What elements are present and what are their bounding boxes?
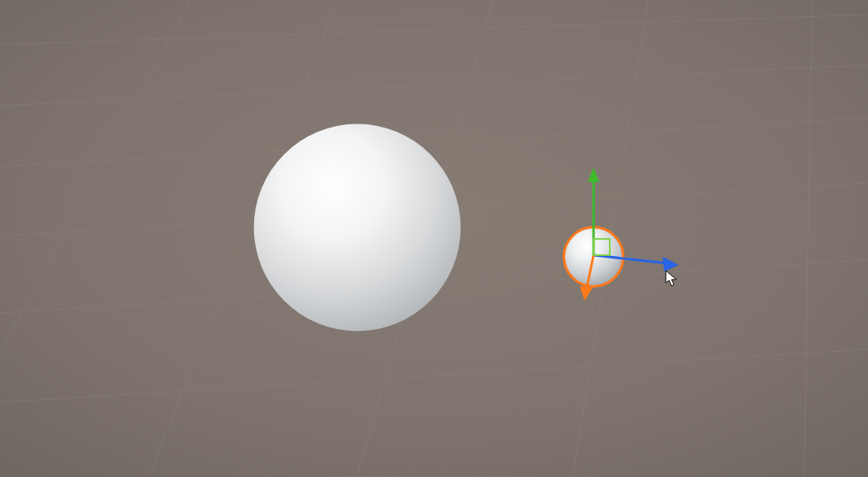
- scene-viewport[interactable]: [0, 0, 868, 477]
- svg-line-19: [586, 255, 594, 291]
- svg-line-17: [594, 255, 667, 263]
- svg-rect-21: [594, 239, 610, 255]
- translate-gizmo[interactable]: [568, 163, 731, 325]
- gizmo-z-axis[interactable]: [580, 255, 594, 301]
- svg-marker-16: [588, 167, 599, 182]
- svg-marker-20: [580, 286, 593, 301]
- gizmo-plane-handle[interactable]: [594, 239, 610, 255]
- svg-marker-18: [663, 257, 679, 271]
- gizmo-x-axis[interactable]: [594, 255, 679, 271]
- sphere-object-large[interactable]: [252, 122, 463, 333]
- svg-point-13: [254, 124, 461, 332]
